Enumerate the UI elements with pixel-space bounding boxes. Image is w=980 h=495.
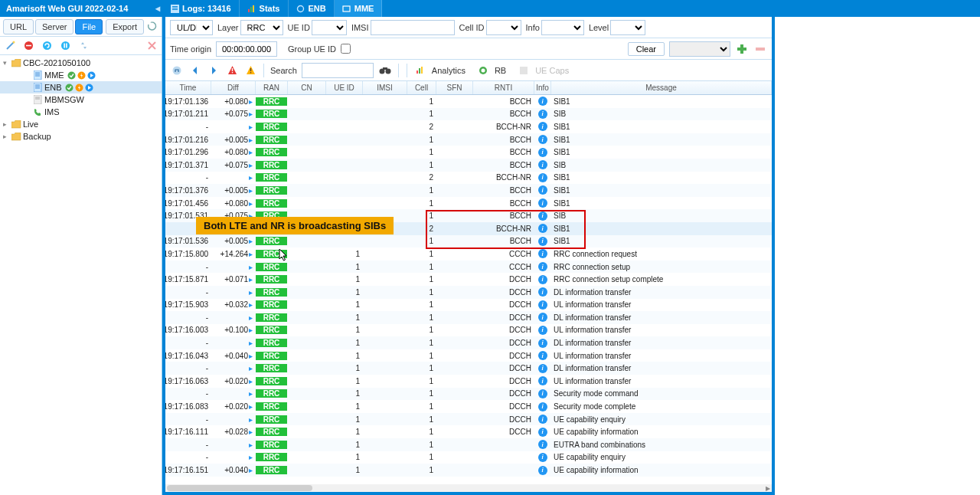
table-row[interactable]: 19:17:01.371+0.075▸RRC1BCCHiSIB [165,159,772,172]
table-row[interactable]: 19:17:01.531+0.075▸RRC1BCCHiSIB [165,209,772,222]
table-row[interactable]: -▸RRC11DCCHiUE capability enquiry [165,413,772,426]
scroll-thumb[interactable] [167,485,312,491]
col-rnti[interactable]: RNTI [473,81,534,94]
nav-home-icon[interactable] [170,64,184,77]
tab-mme[interactable]: MME [335,0,383,17]
export-button[interactable]: Export [106,19,144,34]
table-row[interactable]: -▸RRC11DCCHiDL information transfer [165,311,772,324]
tree-item[interactable]: ▸Backup [0,130,162,143]
tab-enb[interactable]: ENB [289,0,335,17]
source-server-button[interactable]: Server [35,19,74,34]
col-cell[interactable]: Cell [407,81,436,94]
time-origin-input[interactable] [216,41,277,57]
table-row[interactable]: -▸RRC11DCCHiDL information transfer [165,286,772,299]
col-ran[interactable]: RAN [256,81,288,94]
refresh-icon[interactable] [145,20,158,34]
group-ueid-checkbox[interactable] [341,44,351,54]
table-body[interactable]: 19:17:01.136+0.080▸RRC1BCCHiSIB119:17:01… [165,95,772,477]
tree-item[interactable]: MME [0,69,162,81]
table-row[interactable]: -▸RRC2BCCH-NRiSIB1 [165,120,772,133]
table-row[interactable]: 19:17:15.903+0.032▸RRC11DCCHiUL informat… [165,299,772,312]
tree-item[interactable]: MBMSGW [0,93,162,106]
wand-icon[interactable] [3,39,17,53]
table-row[interactable]: -▸RRC11CCCHiRRC connection setup [165,261,772,274]
col-time[interactable]: Time [165,81,211,94]
clear-button[interactable]: Clear [628,42,665,56]
nav-back-icon[interactable] [188,64,202,77]
check-badge-icon [67,71,76,80]
table-row[interactable]: 19:17:01.456+0.080▸RRC1BCCHiSIB1 [165,197,772,210]
remove-filter-icon[interactable] [753,42,767,56]
table-row[interactable]: -▸RRC2BCCH-NRiSIB1 [165,222,772,235]
info-icon: i [538,440,547,449]
col-sfn[interactable]: SFN [436,81,473,94]
alert-icon[interactable] [243,64,257,77]
cellid-combo[interactable]: Cell ID [459,20,521,35]
tree-item[interactable]: ▸Live [0,118,162,130]
table-row[interactable]: 19:17:16.083+0.020▸RRC11DCCHiSecurity mo… [165,400,772,413]
horizontal-scrollbar[interactable]: ▶ [165,484,772,492]
table-row[interactable]: -▸RRC11iUE capability enquiry [165,451,772,464]
table-row[interactable]: -▸RRC2BCCH-NRiSIB1 [165,172,772,185]
col-ueid[interactable]: UE ID [326,81,363,94]
col-diff[interactable]: Diff [211,81,256,94]
table-row[interactable]: 19:17:15.871+0.071▸RRC11DCCHiRRC connect… [165,273,772,286]
table-row[interactable]: 19:17:01.536+0.005▸RRC1BCCHiSIB1 [165,235,772,248]
info-combo[interactable]: Info [526,20,584,35]
info-icon: i [538,122,547,131]
scroll-right-icon[interactable]: ▶ [764,485,772,492]
table-row[interactable]: 19:17:01.296+0.080▸RRC1BCCHiSIB1 [165,146,772,159]
reload-blue-icon[interactable] [40,39,54,53]
col-cn[interactable]: CN [288,81,326,94]
uldl-combo[interactable]: UL/DL [170,20,213,35]
tree-item[interactable]: ENB [0,81,162,93]
table-row[interactable]: -▸RRC11DCCHiSecurity mode command [165,388,772,401]
level-combo[interactable]: Level [589,20,645,35]
table-row[interactable]: -▸RRC11iEUTRA band combinations [165,438,772,451]
layer-combo[interactable]: LayerRRC [217,20,283,35]
source-file-button[interactable]: File [75,19,103,34]
table-row[interactable]: 19:17:16.063+0.020▸RRC11DCCHiUL informat… [165,375,772,388]
search-input[interactable] [302,63,374,78]
table-row[interactable]: 19:17:16.003+0.100▸RRC11DCCHiUL informat… [165,324,772,337]
imsi-combo[interactable]: IMSI [351,20,455,35]
table-row[interactable]: 19:17:16.151+0.040▸RRC11iUE capability i… [165,464,772,477]
table-row[interactable]: 19:17:01.376+0.005▸RRC1BCCHiSIB1 [165,184,772,197]
add-filter-icon[interactable] [735,42,749,56]
svg-rect-47 [416,70,418,74]
sidebar-collapse-icon[interactable]: ◄ [153,4,162,13]
table-row[interactable]: 19:17:15.800+14.264▸RRC11CCCHiRRC connec… [165,248,772,261]
tree-item[interactable]: ▾CBC-2021050100 [0,57,162,69]
imsi-input [371,20,455,35]
table-row[interactable]: 19:17:16.043+0.040▸RRC11DCCHiUL informat… [165,349,772,362]
analytics-icon [413,64,427,77]
table-row[interactable]: -▸RRC11DCCHiDL information transfer [165,362,772,375]
tab-mme-label: MME [354,4,374,13]
col-info[interactable]: Info [534,81,551,94]
preset-select[interactable] [669,41,730,57]
tab-logs[interactable]: Logs: 13416 [162,0,240,17]
close-icon[interactable] [145,39,158,53]
info-icon: i [538,160,547,169]
rb-label[interactable]: RB [495,66,506,75]
table-row[interactable]: 19:17:01.211+0.075▸RRC1BCCHiSIB [165,108,772,121]
nav-fwd-icon[interactable] [207,64,220,77]
tab-stats[interactable]: Stats [240,0,289,17]
table-row[interactable]: 19:17:01.136+0.080▸RRC1BCCHiSIB1 [165,95,772,108]
info-icon: i [538,402,547,411]
ueid-combo[interactable]: UE ID [288,20,347,35]
table-row[interactable]: 19:17:01.216+0.005▸RRC1BCCHiSIB1 [165,133,772,146]
warning-icon[interactable] [225,64,239,77]
col-msg[interactable]: Message [551,81,772,94]
sync-icon[interactable] [77,39,90,53]
tree-item[interactable]: IMS [0,106,162,118]
col-imsi[interactable]: IMSI [363,81,407,94]
stop-icon[interactable] [21,39,35,53]
table-row[interactable]: 19:17:16.111+0.028▸RRC11DCCHiUE capabili… [165,425,772,438]
table-row[interactable]: -▸RRC11DCCHiDL information transfer [165,336,772,349]
binoculars-icon[interactable] [378,64,392,77]
source-url-button[interactable]: URL [3,19,34,34]
analytics-label[interactable]: Analytics [432,66,466,75]
separator [407,64,407,77]
pause-icon[interactable] [58,39,72,53]
